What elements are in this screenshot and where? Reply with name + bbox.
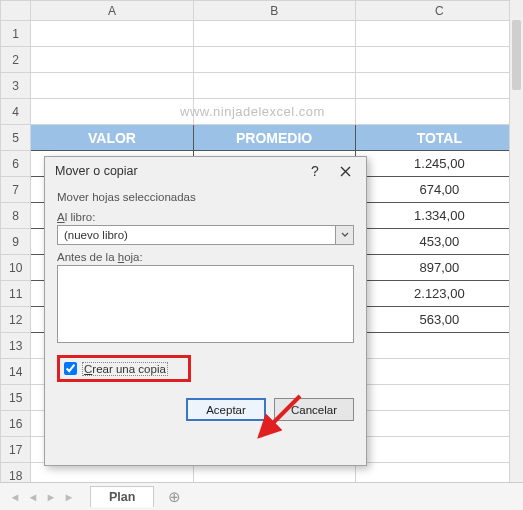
help-button[interactable]: ?	[300, 160, 330, 182]
row-header[interactable]: 13	[1, 333, 31, 359]
sheet-listbox[interactable]	[57, 265, 354, 343]
cancel-button[interactable]: Cancelar	[274, 398, 354, 421]
row-header[interactable]: 6	[1, 151, 31, 177]
add-sheet-button[interactable]: ⊕	[162, 488, 186, 506]
row-header[interactable]: 5	[1, 125, 31, 151]
tab-nav-prev-icon[interactable]: ◄	[24, 491, 42, 503]
dialog-subtitle: Mover hojas seleccionadas	[57, 191, 354, 203]
cell-header-promedio[interactable]: PROMEDIO	[193, 125, 355, 151]
row-header[interactable]: 7	[1, 177, 31, 203]
before-label: Antes de la hoja:	[57, 251, 354, 263]
tab-nav-next-icon[interactable]: ►	[42, 491, 60, 503]
create-copy-label: Crear una copia	[82, 363, 168, 375]
row-header[interactable]: 15	[1, 385, 31, 411]
vertical-scrollbar[interactable]	[509, 0, 523, 482]
row-header[interactable]: 2	[1, 47, 31, 73]
row-header[interactable]: 17	[1, 437, 31, 463]
book-combobox[interactable]: (nuevo libro)	[57, 225, 354, 245]
tab-nav-last-icon[interactable]: ►	[60, 491, 78, 503]
row-header[interactable]: 16	[1, 411, 31, 437]
cell-total[interactable]: 563,00	[355, 307, 523, 333]
close-button[interactable]	[330, 160, 360, 182]
create-copy-checkbox[interactable]	[64, 362, 77, 375]
col-header-a[interactable]: A	[31, 1, 193, 21]
tab-nav-first-icon[interactable]: ◄	[6, 491, 24, 503]
combobox-button[interactable]	[335, 226, 353, 244]
dialog-titlebar[interactable]: Mover o copiar ?	[45, 157, 366, 185]
cell-total[interactable]: 1.334,00	[355, 203, 523, 229]
row-header[interactable]: 3	[1, 73, 31, 99]
chevron-down-icon	[341, 232, 349, 238]
row-header[interactable]: 11	[1, 281, 31, 307]
book-value: (nuevo libro)	[58, 229, 335, 241]
col-header-b[interactable]: B	[193, 1, 355, 21]
row-header[interactable]: 14	[1, 359, 31, 385]
dialog-title: Mover o copiar	[55, 164, 300, 178]
cell-header-total[interactable]: TOTAL	[355, 125, 523, 151]
cell-total[interactable]: 897,00	[355, 255, 523, 281]
sheet-tab-plan[interactable]: Plan	[90, 486, 154, 507]
row-header[interactable]: 1	[1, 21, 31, 47]
tab-nav-buttons[interactable]: ◄ ◄ ► ►	[0, 491, 84, 503]
row-header[interactable]: 12	[1, 307, 31, 333]
ok-button[interactable]: Aceptar	[186, 398, 266, 421]
book-label: Al libro:	[57, 211, 354, 223]
cell-total[interactable]: 674,00	[355, 177, 523, 203]
cell-header-valor[interactable]: VALOR	[31, 125, 193, 151]
row-header[interactable]: 8	[1, 203, 31, 229]
col-header-c[interactable]: C	[355, 1, 523, 21]
scrollbar-thumb[interactable]	[512, 20, 521, 90]
cell-total[interactable]: 2.123,00	[355, 281, 523, 307]
row-header[interactable]: 10	[1, 255, 31, 281]
row-header[interactable]: 4	[1, 99, 31, 125]
move-copy-dialog: Mover o copiar ? Mover hojas seleccionad…	[44, 156, 367, 466]
sheet-tab-bar: ◄ ◄ ► ► Plan ⊕	[0, 482, 523, 510]
row-header[interactable]: 9	[1, 229, 31, 255]
cell-total[interactable]: 453,00	[355, 229, 523, 255]
create-copy-highlight: Crear una copia	[57, 355, 191, 382]
cell-total[interactable]: 1.245,00	[355, 151, 523, 177]
select-all-corner[interactable]	[1, 1, 31, 21]
close-icon	[340, 166, 351, 177]
